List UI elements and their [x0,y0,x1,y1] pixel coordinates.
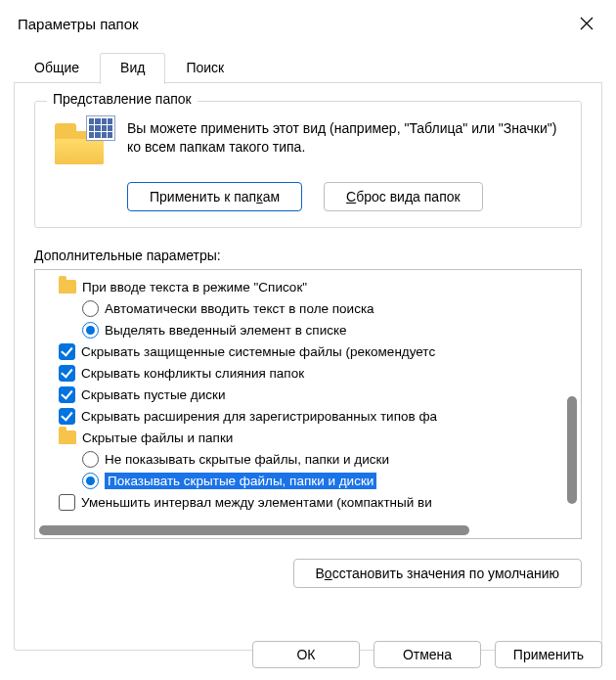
tree-radio-show-hidden[interactable]: Показывать скрытые файлы, папки и диски [41,470,555,491]
tab-general[interactable]: Общие [14,53,100,83]
tab-search[interactable]: Поиск [165,53,244,83]
ok-button[interactable]: ОК [252,641,360,668]
tree-check-hide-merge-conflicts[interactable]: Скрывать конфликты слияния папок [41,362,555,384]
horizontal-scrollbar[interactable] [39,525,563,535]
dialog-title: Параметры папок [18,16,139,32]
reset-folders-button[interactable]: Сброс вида папок [324,182,483,211]
folder-options-dialog: Параметры папок Общие Вид Поиск Представ… [0,0,616,680]
tree-radio-auto-search[interactable]: Автоматически вводить текст в поле поиск… [41,297,555,319]
advanced-settings-tree[interactable]: При вводе текста в режиме "Список" Автом… [34,269,582,539]
radio-icon [82,322,99,339]
tree-check-hide-protected[interactable]: Скрывать защищенные системные файлы (рек… [41,340,555,362]
tab-view[interactable]: Вид [100,53,165,84]
checkbox-icon [59,343,75,360]
tree-group-list-typing: При вводе текста в режиме "Список" [41,276,555,297]
folder-views-desc: Вы можете применить этот вид (например, … [127,117,567,157]
radio-icon [82,473,99,489]
tree-check-hide-extensions[interactable]: Скрывать расширения для зарегистрированн… [41,405,555,427]
titlebar: Параметры папок [0,0,616,47]
folder-views-group: Представление папок Вы можете применить … [34,101,582,228]
apply-button[interactable]: Применить [495,641,602,668]
tree-radio-dont-show-hidden[interactable]: Не показывать скрытые файлы, папки и дис… [41,448,555,470]
vertical-scrollbar[interactable] [567,274,577,519]
checkbox-icon [59,408,75,425]
tab-strip: Общие Вид Поиск [0,53,616,83]
folder-icon [59,431,76,444]
tree-check-hide-empty-drives[interactable]: Скрывать пустые диски [41,384,555,405]
advanced-settings-label: Дополнительные параметры: [34,248,582,263]
folder-icon [59,280,76,294]
checkbox-icon [59,386,75,403]
dialog-buttons: ОК Отмена Применить [252,641,602,668]
checkbox-icon [59,365,75,382]
apply-to-folders-button[interactable]: Применить к папкам [127,182,302,211]
close-button[interactable] [567,4,606,43]
radio-icon [82,451,99,468]
tab-panel-view: Представление папок Вы можете применить … [14,83,602,651]
cancel-button[interactable]: Отмена [374,641,481,668]
tree-group-hidden-files: Скрытые файлы и папки [41,427,555,448]
checkbox-icon [59,494,75,511]
tree-radio-select-typed[interactable]: Выделять введенный элемент в списке [41,319,555,340]
restore-defaults-button[interactable]: Восстановить значения по умолчанию [293,559,582,588]
radio-icon [82,300,99,317]
folder-icon [49,117,111,168]
folder-views-legend: Представление папок [47,91,198,107]
tree-check-compact-mode[interactable]: Уменьшить интервал между элементами (ком… [41,491,555,513]
